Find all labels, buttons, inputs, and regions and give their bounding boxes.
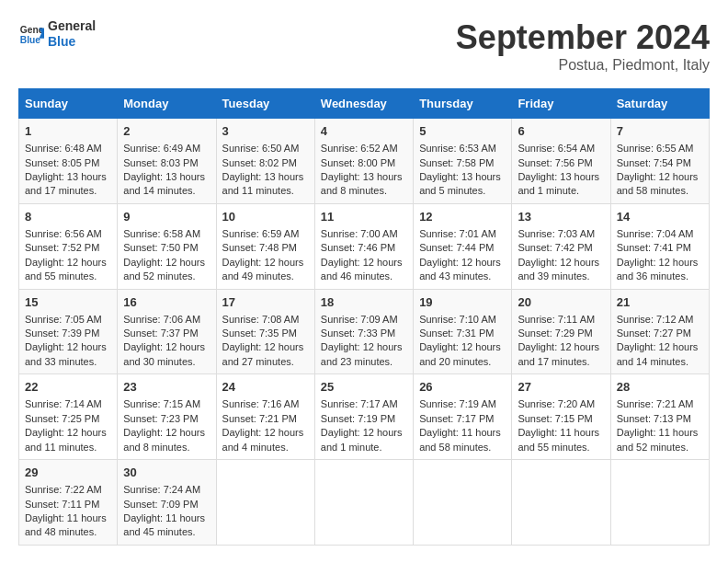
day-info: Sunset: 7:42 PM [518, 241, 604, 255]
day-number: 16 [123, 294, 210, 311]
day-info: Sunrise: 7:15 AM [123, 397, 210, 411]
day-info: Daylight: 12 hours and 11 minutes. [25, 426, 111, 454]
calendar-cell: 16Sunrise: 7:06 AMSunset: 7:37 PMDayligh… [118, 289, 216, 374]
day-info: Daylight: 12 hours and 23 minutes. [321, 340, 407, 369]
day-number: 14 [617, 209, 703, 225]
day-number: 1 [25, 123, 111, 140]
day-info: Daylight: 12 hours and 30 minutes. [123, 340, 210, 369]
logo-blue: Blue [48, 34, 96, 50]
day-number: 30 [123, 465, 210, 481]
calendar-cell [610, 460, 709, 546]
day-number: 9 [123, 209, 210, 225]
day-info: Daylight: 12 hours and 36 minutes. [617, 256, 703, 284]
day-info: Daylight: 12 hours and 39 minutes. [518, 256, 604, 284]
day-info: Daylight: 12 hours and 46 minutes. [321, 256, 407, 284]
day-info: Sunrise: 7:05 AM [25, 313, 111, 327]
col-header-sunday: Sunday [19, 89, 118, 119]
calendar-cell: 18Sunrise: 7:09 AMSunset: 7:33 PMDayligh… [314, 289, 413, 374]
day-info: Sunrise: 7:17 AM [321, 397, 407, 411]
day-info: Sunset: 7:46 PM [321, 241, 407, 255]
day-info: Sunset: 7:17 PM [419, 412, 506, 426]
day-info: Sunrise: 7:14 AM [25, 397, 111, 411]
day-info: Sunrise: 7:20 AM [518, 397, 604, 411]
day-number: 27 [518, 379, 604, 396]
calendar-cell: 27Sunrise: 7:20 AMSunset: 7:15 PMDayligh… [512, 374, 610, 460]
calendar-table: SundayMondayTuesdayWednesdayThursdayFrid… [18, 88, 710, 546]
logo-general: General [48, 18, 96, 34]
calendar-cell: 8Sunrise: 6:56 AMSunset: 7:52 PMDaylight… [19, 203, 118, 289]
day-info: Sunset: 7:19 PM [321, 412, 407, 426]
day-number: 7 [617, 123, 703, 140]
day-info: Sunset: 7:29 PM [518, 327, 604, 340]
day-info: Daylight: 12 hours and 4 minutes. [222, 426, 309, 454]
day-number: 5 [419, 123, 506, 140]
day-info: Daylight: 11 hours and 55 minutes. [518, 426, 604, 454]
day-info: Sunset: 7:11 PM [25, 498, 111, 511]
col-header-wednesday: Wednesday [314, 89, 413, 119]
day-info: Daylight: 12 hours and 58 minutes. [617, 170, 703, 199]
day-number: 2 [123, 123, 210, 140]
day-info: Daylight: 12 hours and 17 minutes. [518, 340, 604, 369]
day-info: Daylight: 12 hours and 49 minutes. [222, 256, 309, 284]
page-header: General Blue General Blue September 2024… [18, 18, 710, 74]
calendar-cell: 9Sunrise: 6:58 AMSunset: 7:50 PMDaylight… [118, 203, 216, 289]
calendar-week-5: 29Sunrise: 7:22 AMSunset: 7:11 PMDayligh… [19, 460, 710, 546]
day-info: Sunrise: 6:55 AM [617, 142, 703, 155]
month-title: September 2024 [456, 18, 710, 57]
calendar-cell: 4Sunrise: 6:52 AMSunset: 8:00 PMDaylight… [314, 119, 413, 204]
day-info: Sunset: 7:41 PM [617, 241, 703, 255]
calendar-cell [414, 460, 512, 546]
day-info: Sunrise: 6:56 AM [25, 227, 111, 241]
col-header-monday: Monday [118, 89, 216, 119]
day-number: 10 [222, 209, 309, 225]
calendar-cell [216, 460, 314, 546]
day-info: Sunrise: 7:11 AM [518, 313, 604, 327]
day-info: Sunset: 8:03 PM [123, 156, 210, 170]
day-info: Sunrise: 7:19 AM [419, 397, 506, 411]
day-info: Sunset: 7:35 PM [222, 327, 309, 340]
day-info: Sunset: 7:15 PM [518, 412, 604, 426]
day-number: 13 [518, 209, 604, 225]
calendar-cell: 17Sunrise: 7:08 AMSunset: 7:35 PMDayligh… [216, 289, 314, 374]
calendar-week-2: 8Sunrise: 6:56 AMSunset: 7:52 PMDaylight… [19, 203, 710, 289]
day-info: Sunset: 7:33 PM [321, 327, 407, 340]
calendar-week-1: 1Sunrise: 6:48 AMSunset: 8:05 PMDaylight… [19, 119, 710, 204]
calendar-cell: 13Sunrise: 7:03 AMSunset: 7:42 PMDayligh… [512, 203, 610, 289]
day-info: Daylight: 13 hours and 1 minute. [518, 170, 604, 199]
day-info: Daylight: 12 hours and 27 minutes. [222, 340, 309, 369]
calendar-cell: 21Sunrise: 7:12 AMSunset: 7:27 PMDayligh… [610, 289, 709, 374]
day-info: Sunrise: 6:59 AM [222, 227, 309, 241]
day-number: 11 [321, 209, 407, 225]
calendar-cell: 15Sunrise: 7:05 AMSunset: 7:39 PMDayligh… [19, 289, 118, 374]
day-info: Daylight: 11 hours and 58 minutes. [419, 426, 506, 454]
calendar-cell [512, 460, 610, 546]
day-info: Daylight: 12 hours and 55 minutes. [25, 256, 111, 284]
day-number: 4 [321, 123, 407, 140]
day-info: Sunset: 7:56 PM [518, 156, 604, 170]
calendar-cell: 23Sunrise: 7:15 AMSunset: 7:23 PMDayligh… [118, 374, 216, 460]
day-info: Daylight: 12 hours and 14 minutes. [617, 340, 703, 369]
day-info: Sunset: 7:52 PM [25, 241, 111, 255]
title-area: September 2024 Postua, Piedmont, Italy [456, 18, 710, 74]
day-info: Sunrise: 7:01 AM [419, 227, 506, 241]
day-number: 20 [518, 294, 604, 311]
day-number: 24 [222, 379, 309, 396]
day-info: Daylight: 12 hours and 8 minutes. [123, 426, 210, 454]
day-info: Daylight: 11 hours and 48 minutes. [25, 511, 111, 540]
day-number: 8 [25, 209, 111, 225]
day-info: Sunset: 7:27 PM [617, 327, 703, 340]
day-info: Daylight: 11 hours and 52 minutes. [617, 426, 703, 454]
day-info: Sunrise: 7:03 AM [518, 227, 604, 241]
day-info: Daylight: 12 hours and 20 minutes. [419, 340, 506, 369]
day-info: Sunset: 7:25 PM [25, 412, 111, 426]
day-info: Sunrise: 6:49 AM [123, 142, 210, 155]
day-info: Daylight: 13 hours and 14 minutes. [123, 170, 210, 199]
calendar-cell: 3Sunrise: 6:50 AMSunset: 8:02 PMDaylight… [216, 119, 314, 204]
col-header-saturday: Saturday [610, 89, 709, 119]
day-info: Sunrise: 7:24 AM [123, 483, 210, 497]
day-info: Sunset: 7:58 PM [419, 156, 506, 170]
calendar-cell: 5Sunrise: 6:53 AMSunset: 7:58 PMDaylight… [414, 119, 512, 204]
day-info: Daylight: 13 hours and 5 minutes. [419, 170, 506, 199]
day-info: Sunset: 7:21 PM [222, 412, 309, 426]
day-info: Sunrise: 6:48 AM [25, 142, 111, 155]
